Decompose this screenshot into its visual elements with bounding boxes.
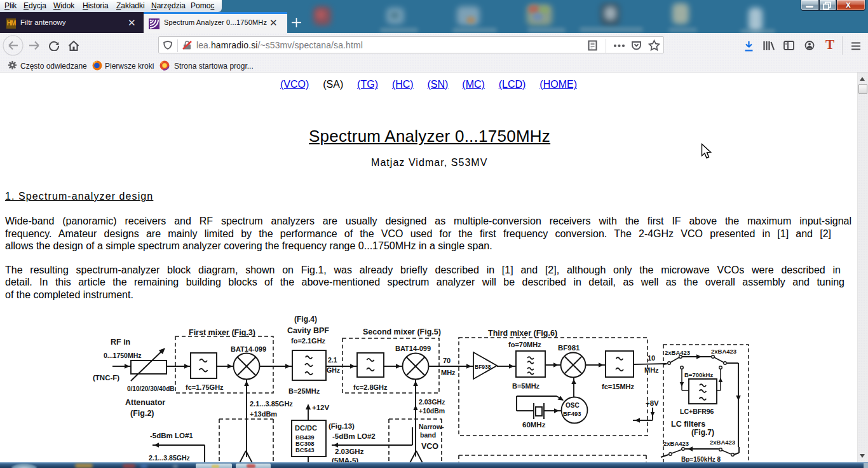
svg-text:VCO: VCO	[421, 442, 438, 451]
svg-text:Narrow-: Narrow-	[419, 423, 444, 430]
svg-text:band: band	[420, 431, 436, 439]
svg-text:DC/DC: DC/DC	[295, 424, 317, 432]
svg-text:2xBA423: 2xBA423	[663, 440, 689, 447]
svg-text:BAT14-099: BAT14-099	[395, 345, 431, 352]
svg-text:2.03GHz: 2.03GHz	[335, 448, 364, 455]
svg-text:Cavity BPF: Cavity BPF	[287, 326, 329, 335]
svg-text:OSC: OSC	[566, 402, 580, 409]
svg-text:-5dBm LO#1: -5dBm LO#1	[150, 432, 193, 439]
svg-text:2.1...3.85GHz: 2.1...3.85GHz	[250, 400, 293, 408]
svg-text:BF981: BF981	[558, 344, 580, 352]
svg-text:LC filters: LC filters	[671, 420, 705, 429]
svg-text:BAT14-099: BAT14-099	[231, 345, 266, 353]
svg-text:(Fig.7): (Fig.7)	[691, 428, 714, 437]
svg-text:10: 10	[648, 354, 655, 362]
svg-text:Third mixer (Fig.6): Third mixer (Fig.6)	[488, 329, 557, 338]
svg-text:2.03GHz: 2.03GHz	[419, 398, 445, 406]
svg-text:fo=2.1GHz: fo=2.1GHz	[291, 337, 326, 345]
svg-text:(Fig.13): (Fig.13)	[329, 422, 355, 430]
svg-text:B=5MHz: B=5MHz	[512, 382, 540, 390]
svg-text:MHz: MHz	[644, 366, 659, 374]
svg-text:+12V: +12V	[312, 404, 330, 411]
svg-text:fc=2.8GHz: fc=2.8GHz	[353, 383, 388, 391]
svg-text:2xBA423: 2xBA423	[711, 348, 736, 355]
svg-text:GHz: GHz	[327, 366, 340, 374]
svg-text:+10dBm: +10dBm	[419, 407, 445, 415]
svg-text:RF in: RF in	[111, 338, 130, 347]
svg-text:fo=70MHz: fo=70MHz	[508, 341, 541, 348]
svg-text:B=25MHz: B=25MHz	[288, 387, 320, 395]
svg-text:+13dBm: +13dBm	[250, 410, 277, 418]
svg-text:MHz: MHz	[441, 369, 456, 376]
svg-text:BF938: BF938	[475, 364, 491, 370]
svg-text:0/10/20/30/40dB: 0/10/20/30/40dB	[127, 385, 175, 392]
svg-text:+8V: +8V	[646, 399, 659, 407]
svg-text:First mixer (Fig.3): First mixer (Fig.3)	[189, 328, 255, 337]
svg-text:2.1: 2.1	[328, 356, 337, 364]
svg-text:60MHz: 60MHz	[522, 421, 546, 429]
svg-text:Attenuator: Attenuator	[125, 398, 165, 407]
svg-text:-5dBm LO#2: -5dBm LO#2	[332, 432, 376, 440]
svg-text:0...1750MHz: 0...1750MHz	[104, 352, 142, 359]
svg-text:(TNC-F): (TNC-F)	[93, 374, 119, 382]
svg-text:(Fig.2): (Fig.2)	[130, 409, 154, 418]
svg-text:BF493: BF493	[563, 410, 581, 417]
svg-text:2.1...3.85GHz: 2.1...3.85GHz	[149, 454, 190, 462]
svg-text:B=700kHz: B=700kHz	[684, 371, 713, 378]
svg-text:2xBA423: 2xBA423	[710, 439, 735, 446]
svg-text:LC+BFR96: LC+BFR96	[680, 408, 714, 415]
svg-text:fc=1.75GHz: fc=1.75GHz	[186, 383, 224, 391]
svg-text:70: 70	[443, 357, 451, 364]
svg-text:2xBA423: 2xBA423	[665, 349, 690, 356]
svg-text:fc=15MHz: fc=15MHz	[602, 383, 635, 390]
svg-text:BC543: BC543	[295, 446, 315, 453]
svg-text:Second mixer (Fig.5): Second mixer (Fig.5)	[363, 327, 441, 336]
svg-text:(Fig.4): (Fig.4)	[294, 315, 317, 324]
